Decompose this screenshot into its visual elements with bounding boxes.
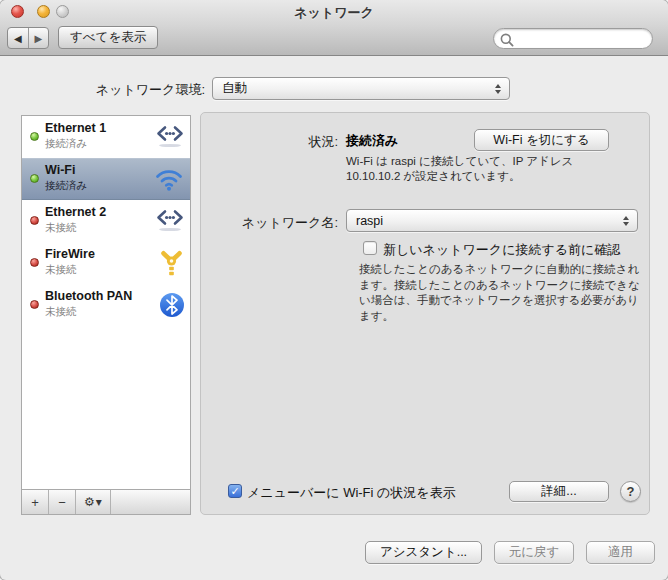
interface-list: Ethernet 1 接続済み Wi-Fi 接続済み xyxy=(21,115,191,515)
interface-status: 未接続 xyxy=(45,263,77,277)
add-interface-button[interactable]: + xyxy=(22,490,49,514)
status-dot-connected-icon xyxy=(30,132,39,141)
show-wifi-in-menubar-checkbox[interactable]: ✓ xyxy=(228,484,242,498)
sidebar-item-firewire[interactable]: FireWire 未接続 xyxy=(22,242,190,284)
interface-name: Ethernet 1 xyxy=(45,121,106,135)
interface-status: 接続済み xyxy=(45,179,87,193)
interface-list-footer: + − ⚙▾ xyxy=(22,489,190,514)
status-dot-disconnected-icon xyxy=(30,258,39,267)
sidebar-item-ethernet2[interactable]: Ethernet 2 未接続 xyxy=(22,200,190,242)
interface-name: Bluetooth PAN xyxy=(45,289,132,303)
status-label: 状況: xyxy=(201,133,338,151)
interface-name: Wi-Fi xyxy=(45,163,75,177)
action-menu-button[interactable]: ⚙▾ xyxy=(76,490,111,514)
status-description: Wi-Fi は raspi に接続していて、IP アドレス 10.10.10.2… xyxy=(346,154,573,184)
network-name-value: raspi xyxy=(356,214,383,228)
back-arrow-icon: ◀ xyxy=(14,33,22,44)
forward-arrow-icon: ▶ xyxy=(34,33,42,44)
network-name-popup[interactable]: raspi xyxy=(346,209,638,232)
popup-stepper-arrows-icon xyxy=(623,216,629,226)
search-input[interactable] xyxy=(516,30,646,47)
status-dot-connected-icon xyxy=(30,174,39,183)
search-field[interactable] xyxy=(493,28,653,49)
show-all-button[interactable]: すべてを表示 xyxy=(58,26,158,49)
interface-name: Ethernet 2 xyxy=(45,205,106,219)
bluetooth-icon xyxy=(159,292,185,318)
popup-stepper-arrows-icon xyxy=(495,84,501,94)
search-icon xyxy=(499,32,515,48)
status-dot-disconnected-icon xyxy=(30,300,39,309)
network-preferences-window: ネットワーク ◀ ▶ すべてを表示 ネットワーク環境: 自動 Ethernet … xyxy=(0,0,668,580)
close-window-button[interactable] xyxy=(11,5,24,18)
firewire-icon xyxy=(158,250,185,277)
window-title: ネットワーク xyxy=(0,4,668,22)
wifi-toggle-button[interactable]: Wi-Fi を切にする xyxy=(474,129,609,151)
network-location-label: ネットワーク環境: xyxy=(40,81,205,99)
network-location-value: 自動 xyxy=(222,80,247,97)
window-chrome: ネットワーク ◀ ▶ すべてを表示 xyxy=(0,0,668,56)
help-button[interactable]: ? xyxy=(620,481,641,502)
wifi-icon xyxy=(153,166,185,192)
remove-interface-button[interactable]: − xyxy=(49,490,76,514)
ask-join-label: 新しいネットワークに接続する前に確認 xyxy=(383,241,620,259)
interface-name: FireWire xyxy=(45,247,95,261)
gear-icon: ⚙ xyxy=(84,495,95,509)
network-location-popup[interactable]: 自動 xyxy=(212,77,510,100)
nav-buttons: ◀ ▶ xyxy=(7,27,49,49)
show-wifi-in-menubar-label: メニューバーに Wi-Fi の状況を表示 xyxy=(247,484,456,502)
back-button[interactable]: ◀ xyxy=(8,28,29,48)
revert-button[interactable]: 元に戻す xyxy=(494,541,574,564)
interface-status: 未接続 xyxy=(45,305,77,319)
status-dot-disconnected-icon xyxy=(30,216,39,225)
assistant-button[interactable]: アシスタント... xyxy=(365,541,482,564)
interface-list-items: Ethernet 1 接続済み Wi-Fi 接続済み xyxy=(22,116,190,489)
interface-status: 未接続 xyxy=(45,221,77,235)
chevron-down-icon: ▾ xyxy=(96,495,102,509)
ask-join-checkbox[interactable] xyxy=(363,241,377,255)
minimize-window-button[interactable] xyxy=(37,5,50,18)
question-mark-icon: ? xyxy=(627,484,635,499)
advanced-button[interactable]: 詳細... xyxy=(509,481,609,502)
footer-spacer xyxy=(111,490,190,514)
status-value: 接続済み xyxy=(346,132,398,150)
checkmark-icon: ✓ xyxy=(230,485,239,498)
sidebar-item-bluetooth-pan[interactable]: Bluetooth PAN 未接続 xyxy=(22,284,190,326)
ethernet-icon xyxy=(155,125,185,149)
sidebar-item-wifi[interactable]: Wi-Fi 接続済み xyxy=(22,158,190,200)
ask-join-description: 接続したことのあるネットワークに自動的に接続されます。接続したことのあるネットワ… xyxy=(359,262,646,324)
ethernet-icon xyxy=(155,209,185,233)
sidebar-item-ethernet1[interactable]: Ethernet 1 接続済み xyxy=(22,116,190,158)
forward-button[interactable]: ▶ xyxy=(29,28,49,48)
zoom-window-button xyxy=(56,5,69,18)
interface-status: 接続済み xyxy=(45,137,87,151)
wifi-settings-pane: 状況: 接続済み Wi-Fi を切にする Wi-Fi は raspi に接続して… xyxy=(200,112,650,515)
network-name-label: ネットワーク名: xyxy=(201,214,338,232)
apply-button[interactable]: 適用 xyxy=(586,541,655,564)
